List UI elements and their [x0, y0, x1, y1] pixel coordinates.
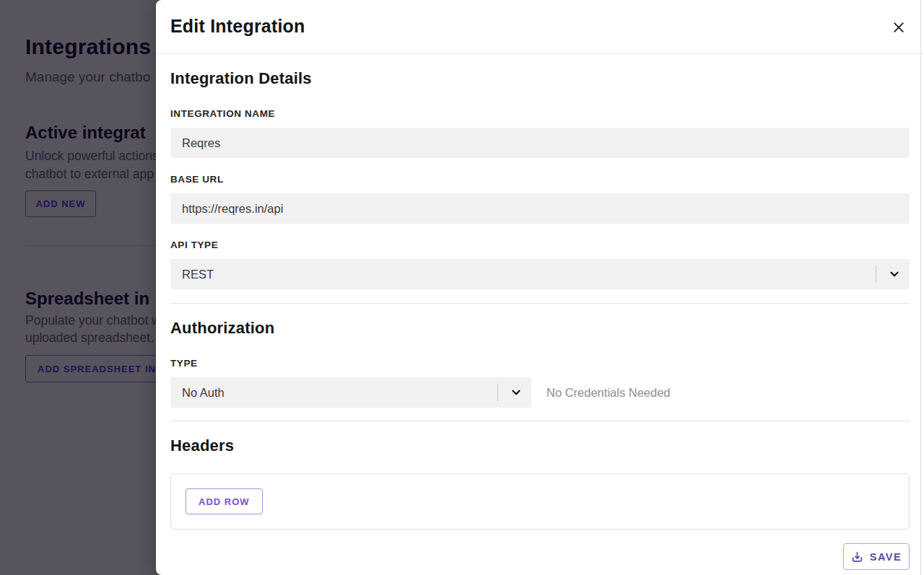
- modal-divider: [170, 421, 910, 421]
- chevron-down-icon: [510, 386, 523, 402]
- close-button[interactable]: [889, 19, 908, 38]
- integration-name-input[interactable]: [170, 128, 910, 158]
- select-divider: [497, 384, 498, 401]
- base-url-input[interactable]: [170, 193, 910, 224]
- headers-container: ADD ROW: [170, 473, 910, 530]
- modal-title: Edit Integration: [170, 16, 305, 37]
- headers-heading: Headers: [170, 436, 234, 455]
- auth-type-selected-value: No Auth: [182, 377, 225, 408]
- edit-integration-modal: Edit Integration Integration Details INT…: [156, 0, 924, 575]
- modal-divider: [170, 303, 910, 304]
- api-type-selected-value: REST: [182, 259, 214, 289]
- auth-type-select[interactable]: No Auth: [170, 377, 531, 408]
- select-divider: [876, 265, 876, 283]
- close-icon: [892, 20, 906, 37]
- save-button[interactable]: SAVE: [843, 543, 910, 570]
- chevron-down-icon: [888, 268, 901, 284]
- base-url-label: BASE URL: [170, 174, 224, 185]
- integration-name-label: INTEGRATION NAME: [170, 108, 275, 119]
- auth-type-label: TYPE: [170, 358, 198, 369]
- api-type-select[interactable]: REST: [170, 259, 910, 289]
- save-button-label: SAVE: [870, 551, 902, 563]
- modal-header: Edit Integration: [156, 0, 924, 54]
- screen: Integrations Manage your chatbo Active i…: [0, 0, 924, 575]
- no-credentials-note: No Credentials Needed: [546, 377, 671, 408]
- save-icon: [851, 550, 863, 563]
- scrollbar-track[interactable]: [920, 0, 921, 575]
- add-row-button[interactable]: ADD ROW: [186, 488, 263, 514]
- api-type-label: API TYPE: [170, 240, 218, 250]
- integration-details-heading: Integration Details: [170, 69, 312, 88]
- authorization-heading: Authorization: [170, 319, 274, 338]
